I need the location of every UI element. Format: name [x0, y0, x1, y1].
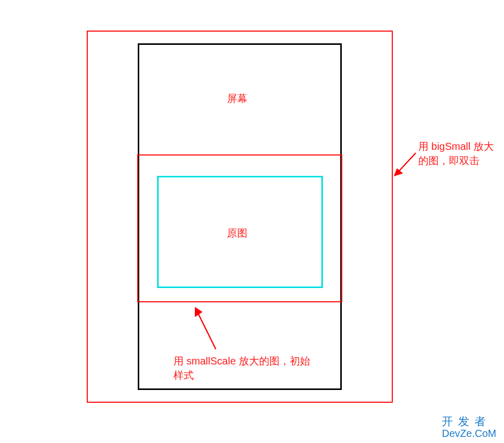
- arrow-bottom-icon: [191, 306, 222, 354]
- arrow-right-icon: [393, 148, 418, 178]
- big-scale-annotation: 用 bigSmall 放大的图，即双击: [418, 139, 500, 168]
- screen-label: 屏幕: [227, 92, 247, 106]
- svg-marker-1: [394, 168, 403, 176]
- small-scale-annotation: 用 smallScale 放大的图，初始样式: [173, 354, 316, 382]
- watermark: 开发者 DevZe.CoM: [442, 415, 496, 439]
- svg-line-0: [397, 153, 416, 173]
- svg-line-2: [197, 312, 216, 349]
- watermark-line1: 开发者: [442, 415, 496, 428]
- original-image-label: 原图: [227, 226, 247, 240]
- watermark-line2: DevZe.CoM: [442, 428, 496, 439]
